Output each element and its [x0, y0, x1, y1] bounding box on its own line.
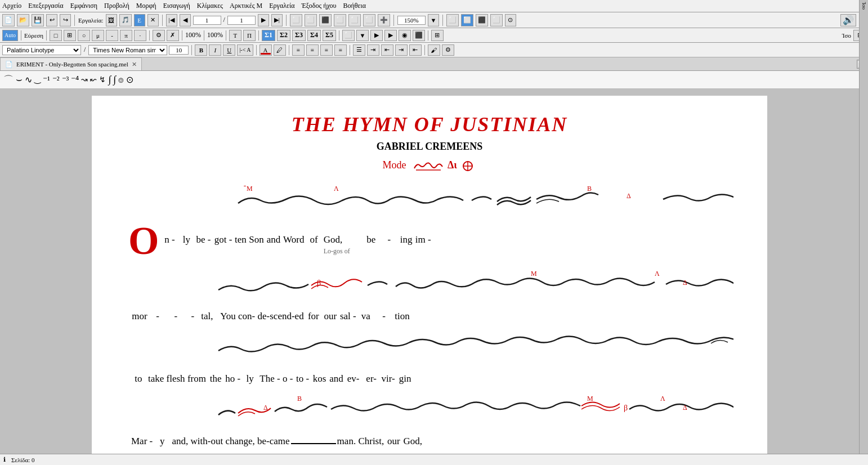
sigma3-btn[interactable]: Σ3 [292, 30, 306, 41]
t2-square1[interactable]: ⬜ [342, 30, 355, 41]
zoom-dropdown[interactable]: ▼ [428, 14, 439, 26]
view-btn4[interactable]: ⬜ [334, 14, 346, 26]
neume-sym-9[interactable]: ↝ [81, 75, 88, 84]
view-btn5[interactable]: ⬜ [348, 14, 361, 26]
align-center[interactable]: ≡ [306, 44, 319, 56]
list-btn[interactable]: ☰ [353, 44, 365, 56]
new-button[interactable]: 📄 [2, 14, 15, 26]
menu-format[interactable]: Μορφή [136, 2, 156, 10]
menu-initials[interactable]: Αρκτικές Μ [230, 2, 262, 10]
menu-file[interactable]: Αρχείο [2, 2, 21, 10]
align-left[interactable]: ≡ [292, 44, 305, 56]
menu-display[interactable]: Προβολή [104, 2, 129, 10]
menu-insert[interactable]: Εισαγωγή [163, 2, 190, 10]
tab-close-btn[interactable]: ✕ [132, 61, 137, 68]
font-select-1[interactable]: Palatino Linotype [2, 45, 81, 55]
sigma1-btn[interactable]: Σ1 [262, 30, 275, 41]
view-btn6[interactable]: ⬜ [363, 14, 375, 26]
menu-edit[interactable]: Επεξεργασία [28, 2, 63, 10]
indent-btn2[interactable]: ⇤ [381, 44, 393, 56]
neume-sym-15[interactable]: ⊙ [126, 74, 133, 85]
t2-btn2[interactable]: ⊞ [64, 30, 76, 41]
view-btn1[interactable]: ⬜ [290, 14, 302, 26]
align-justify[interactable]: ≡ [334, 44, 347, 56]
menu-tools[interactable]: Εργαλεία [269, 2, 294, 10]
neume-sym-12[interactable]: ∫ [108, 74, 111, 86]
t2-grid[interactable]: ⊞ [431, 30, 444, 41]
tool-edit[interactable]: E [134, 14, 145, 26]
options-btn[interactable]: ⚙ [442, 44, 454, 56]
add-btn[interactable]: ➕ [378, 14, 390, 26]
open-button[interactable]: 📂 [17, 14, 29, 26]
neume-sym-1[interactable]: ⌒ [3, 73, 14, 87]
t2-T[interactable]: T [229, 30, 241, 41]
t2-btn4[interactable]: μ [92, 30, 104, 41]
right-btn1[interactable]: 🔊 [840, 14, 856, 26]
highlight-btn[interactable]: 🖊 [274, 44, 286, 56]
font-size-btn[interactable]: |-< A [237, 44, 253, 56]
view-btn2[interactable]: ⬜ [305, 14, 317, 26]
neume-sym-11[interactable]: ↯ [99, 75, 106, 84]
tool-img1[interactable]: 🖼 [106, 14, 117, 26]
view-mode1[interactable]: ⬜ [446, 14, 459, 26]
nav-first[interactable]: |◀ [166, 14, 177, 26]
menu-view[interactable]: Εμφάνιση [70, 2, 97, 10]
neume-sym-7[interactable]: ⁻³ [62, 74, 69, 85]
view-btn3[interactable]: ⬛ [319, 14, 332, 26]
auto-btn[interactable]: Auto [2, 30, 18, 41]
zoom-level[interactable]: 150% [397, 16, 426, 25]
redo-button[interactable]: ↪ [60, 14, 71, 26]
t2-down[interactable]: ▼ [356, 30, 369, 41]
document-tab[interactable]: 📄 ERIMENT - Only-Begotten Son spacing.me… [0, 57, 142, 70]
t2-btn1[interactable]: □ [50, 30, 62, 41]
t2-btn8[interactable]: ⚙ [153, 30, 165, 41]
t2-btn6[interactable]: π [120, 30, 132, 41]
t2-btn7[interactable]: · [134, 30, 146, 41]
neume-sym-5[interactable]: ⁻¹ [43, 74, 50, 85]
nav-last[interactable]: ▶| [271, 14, 283, 26]
sigma4-btn[interactable]: Σ4 [307, 30, 321, 41]
sigma5-btn[interactable]: Σ5 [323, 30, 336, 41]
font-select-2[interactable]: Times New Roman similar [88, 45, 167, 55]
font-size-input[interactable]: 10 [169, 46, 189, 55]
menu-scales[interactable]: Κλίμακες [197, 2, 223, 10]
sigma2-btn[interactable]: Σ2 [277, 30, 290, 41]
tool-img2[interactable]: 🎵 [119, 14, 132, 26]
neume-sym-13[interactable]: ∫ [113, 74, 116, 86]
italic-button[interactable]: I [209, 44, 221, 56]
indent-btn4[interactable]: ⇤ [409, 44, 422, 56]
t2-play2[interactable]: ▶ [384, 30, 397, 41]
neume-sym-2[interactable]: ⌣ [16, 74, 23, 86]
view-mode2[interactable]: ⬜ [461, 14, 473, 26]
view-mode3[interactable]: ⬛ [476, 14, 488, 26]
view-mode4[interactable]: ⬜ [490, 14, 503, 26]
nav-next[interactable]: ▶ [258, 14, 269, 26]
undo-button[interactable]: ↩ [46, 14, 57, 26]
font-color-btn[interactable]: A [259, 44, 272, 56]
circle-btn[interactable]: ⊙ [505, 14, 516, 26]
menu-audio[interactable]: Έξοδος ήχου [302, 2, 337, 10]
t2-Pi[interactable]: Π [243, 30, 256, 41]
neume-sym-4[interactable]: ‿ [34, 75, 41, 84]
style-btn[interactable]: 🖌 [428, 44, 440, 56]
underline-button[interactable]: U [223, 44, 235, 56]
indent-btn3[interactable]: ⇥ [395, 44, 408, 56]
neume-sym-3[interactable]: ∿ [25, 74, 32, 85]
page-number[interactable]: 1 [193, 16, 221, 25]
menu-help[interactable]: Βοήθεια [343, 2, 366, 10]
t2-btn5[interactable]: - [106, 30, 118, 41]
t2-square2[interactable]: ⬛ [413, 30, 425, 41]
neume-sym-10[interactable]: ↜ [90, 75, 97, 84]
align-right[interactable]: ≡ [320, 44, 333, 56]
tool-close[interactable]: ✕ [147, 14, 159, 26]
t2-play1[interactable]: ▶ [370, 30, 383, 41]
bold-button[interactable]: B [195, 44, 207, 56]
indent-btn1[interactable]: ⇥ [367, 44, 379, 56]
nav-prev[interactable]: ◀ [180, 14, 191, 26]
neume-sym-8[interactable]: ⁻⁴ [71, 74, 79, 85]
t2-circle[interactable]: ◉ [399, 30, 411, 41]
neume-sym-6[interactable]: ⁻² [52, 74, 60, 85]
neume-sym-14[interactable]: ⌾ [118, 75, 124, 85]
t2-btn9[interactable]: ✗ [167, 30, 179, 41]
save-button[interactable]: 💾 [32, 14, 44, 26]
